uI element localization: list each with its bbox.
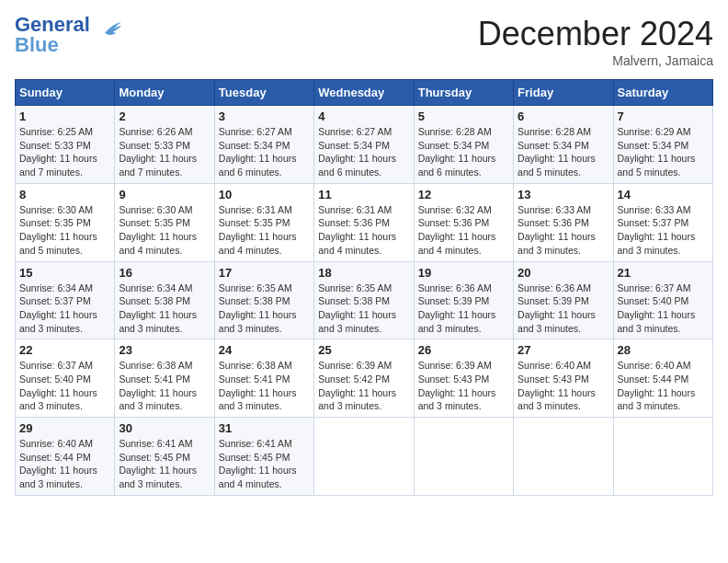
day-info: Sunrise: 6:37 AMSunset: 5:40 PMDaylight:… <box>19 359 110 413</box>
day-cell: 12 Sunrise: 6:32 AMSunset: 5:36 PMDaylig… <box>414 183 513 261</box>
day-number: 31 <box>219 421 310 435</box>
day-info: Sunrise: 6:40 AMSunset: 5:44 PMDaylight:… <box>618 359 709 413</box>
day-number: 19 <box>418 266 509 280</box>
calendar-header: SundayMondayTuesdayWednesdayThursdayFrid… <box>16 80 713 106</box>
day-info: Sunrise: 6:36 AMSunset: 5:39 PMDaylight:… <box>518 282 609 336</box>
day-number: 12 <box>418 188 509 201</box>
day-info: Sunrise: 6:40 AMSunset: 5:43 PMDaylight:… <box>518 359 609 413</box>
day-number: 4 <box>318 109 409 123</box>
day-cell: 20 Sunrise: 6:36 AMSunset: 5:39 PMDaylig… <box>514 261 613 339</box>
day-cell: 7 Sunrise: 6:29 AMSunset: 5:34 PMDayligh… <box>613 106 712 184</box>
day-number: 26 <box>418 343 509 357</box>
header-cell-monday: Monday <box>115 80 214 106</box>
day-cell: 18 Sunrise: 6:35 AMSunset: 5:38 PMDaylig… <box>314 261 414 339</box>
day-info: Sunrise: 6:34 AMSunset: 5:38 PMDaylight:… <box>119 282 210 336</box>
day-info: Sunrise: 6:26 AMSunset: 5:33 PMDaylight:… <box>119 125 210 179</box>
day-cell: 26 Sunrise: 6:39 AMSunset: 5:43 PMDaylig… <box>414 339 513 418</box>
day-cell <box>414 418 513 496</box>
logo: GeneralBlue <box>15 15 123 55</box>
day-info: Sunrise: 6:32 AMSunset: 5:36 PMDaylight:… <box>418 203 509 258</box>
day-number: 5 <box>418 109 509 123</box>
day-number: 17 <box>219 266 310 280</box>
week-row-3: 15 Sunrise: 6:34 AMSunset: 5:37 PMDaylig… <box>16 261 713 339</box>
day-number: 3 <box>219 109 310 123</box>
day-info: Sunrise: 6:30 AMSunset: 5:35 PMDaylight:… <box>119 203 210 258</box>
day-number: 27 <box>518 343 609 357</box>
day-cell: 16 Sunrise: 6:34 AMSunset: 5:38 PMDaylig… <box>115 261 214 339</box>
day-info: Sunrise: 6:34 AMSunset: 5:37 PMDaylight:… <box>19 282 110 336</box>
day-info: Sunrise: 6:30 AMSunset: 5:35 PMDaylight:… <box>19 203 110 258</box>
day-number: 22 <box>19 343 110 357</box>
day-number: 2 <box>119 109 210 123</box>
day-cell: 10 Sunrise: 6:31 AMSunset: 5:35 PMDaylig… <box>214 183 313 261</box>
day-cell: 28 Sunrise: 6:40 AMSunset: 5:44 PMDaylig… <box>613 339 712 418</box>
day-cell: 31 Sunrise: 6:41 AMSunset: 5:45 PMDaylig… <box>214 418 313 496</box>
day-cell: 14 Sunrise: 6:33 AMSunset: 5:37 PMDaylig… <box>613 183 712 261</box>
day-number: 18 <box>318 266 409 280</box>
day-info: Sunrise: 6:38 AMSunset: 5:41 PMDaylight:… <box>119 359 210 413</box>
header-row: SundayMondayTuesdayWednesdayThursdayFrid… <box>16 80 713 106</box>
header-cell-sunday: Sunday <box>16 80 115 106</box>
day-number: 10 <box>219 188 310 201</box>
day-number: 16 <box>119 266 210 280</box>
week-row-4: 22 Sunrise: 6:37 AMSunset: 5:40 PMDaylig… <box>16 339 713 418</box>
day-cell: 15 Sunrise: 6:34 AMSunset: 5:37 PMDaylig… <box>16 261 115 339</box>
day-cell: 13 Sunrise: 6:33 AMSunset: 5:36 PMDaylig… <box>514 183 613 261</box>
day-number: 11 <box>318 188 409 201</box>
day-number: 21 <box>618 266 709 280</box>
day-cell <box>613 418 712 496</box>
day-info: Sunrise: 6:39 AMSunset: 5:42 PMDaylight:… <box>318 359 409 413</box>
day-cell: 9 Sunrise: 6:30 AMSunset: 5:35 PMDayligh… <box>115 183 214 261</box>
month-title: December 2024 <box>478 15 713 53</box>
title-area: December 2024 Malvern, Jamaica <box>478 15 713 68</box>
header-cell-tuesday: Tuesday <box>214 80 313 106</box>
day-number: 23 <box>119 343 210 357</box>
calendar-table: SundayMondayTuesdayWednesdayThursdayFrid… <box>15 79 713 496</box>
page-header: GeneralBlue December 2024 Malvern, Jamai… <box>15 15 713 68</box>
day-info: Sunrise: 6:28 AMSunset: 5:34 PMDaylight:… <box>418 125 509 179</box>
day-number: 7 <box>618 109 709 123</box>
day-info: Sunrise: 6:27 AMSunset: 5:34 PMDaylight:… <box>318 125 409 179</box>
day-cell: 6 Sunrise: 6:28 AMSunset: 5:34 PMDayligh… <box>514 106 613 184</box>
location: Malvern, Jamaica <box>478 53 713 68</box>
logo-text: GeneralBlue <box>15 15 90 55</box>
day-cell: 23 Sunrise: 6:38 AMSunset: 5:41 PMDaylig… <box>115 339 214 418</box>
day-number: 1 <box>19 109 110 123</box>
day-cell: 4 Sunrise: 6:27 AMSunset: 5:34 PMDayligh… <box>314 106 414 184</box>
day-number: 9 <box>119 188 210 201</box>
day-cell: 19 Sunrise: 6:36 AMSunset: 5:39 PMDaylig… <box>414 261 513 339</box>
day-cell: 30 Sunrise: 6:41 AMSunset: 5:45 PMDaylig… <box>115 418 214 496</box>
day-cell: 1 Sunrise: 6:25 AMSunset: 5:33 PMDayligh… <box>16 106 115 184</box>
day-cell: 24 Sunrise: 6:38 AMSunset: 5:41 PMDaylig… <box>214 339 313 418</box>
day-cell <box>314 418 414 496</box>
day-number: 13 <box>518 188 609 201</box>
day-cell: 5 Sunrise: 6:28 AMSunset: 5:34 PMDayligh… <box>414 106 513 184</box>
header-cell-wednesday: Wednesday <box>314 80 414 106</box>
day-cell: 27 Sunrise: 6:40 AMSunset: 5:43 PMDaylig… <box>514 339 613 418</box>
day-number: 8 <box>19 188 110 201</box>
day-info: Sunrise: 6:38 AMSunset: 5:41 PMDaylight:… <box>219 359 310 413</box>
day-cell: 21 Sunrise: 6:37 AMSunset: 5:40 PMDaylig… <box>613 261 712 339</box>
day-number: 28 <box>618 343 709 357</box>
day-cell <box>514 418 613 496</box>
day-info: Sunrise: 6:39 AMSunset: 5:43 PMDaylight:… <box>418 359 509 413</box>
header-cell-friday: Friday <box>514 80 613 106</box>
day-number: 25 <box>318 343 409 357</box>
day-info: Sunrise: 6:33 AMSunset: 5:37 PMDaylight:… <box>618 203 709 258</box>
day-cell: 3 Sunrise: 6:27 AMSunset: 5:34 PMDayligh… <box>214 106 313 184</box>
day-info: Sunrise: 6:41 AMSunset: 5:45 PMDaylight:… <box>219 437 310 491</box>
day-cell: 11 Sunrise: 6:31 AMSunset: 5:36 PMDaylig… <box>314 183 414 261</box>
day-cell: 29 Sunrise: 6:40 AMSunset: 5:44 PMDaylig… <box>16 418 115 496</box>
day-info: Sunrise: 6:33 AMSunset: 5:36 PMDaylight:… <box>518 203 609 258</box>
day-info: Sunrise: 6:31 AMSunset: 5:36 PMDaylight:… <box>318 203 409 258</box>
day-info: Sunrise: 6:29 AMSunset: 5:34 PMDaylight:… <box>618 125 709 179</box>
day-info: Sunrise: 6:28 AMSunset: 5:34 PMDaylight:… <box>518 125 609 179</box>
calendar-body: 1 Sunrise: 6:25 AMSunset: 5:33 PMDayligh… <box>16 106 713 496</box>
week-row-1: 1 Sunrise: 6:25 AMSunset: 5:33 PMDayligh… <box>16 106 713 184</box>
day-info: Sunrise: 6:35 AMSunset: 5:38 PMDaylight:… <box>318 282 409 336</box>
header-cell-thursday: Thursday <box>414 80 513 106</box>
day-info: Sunrise: 6:35 AMSunset: 5:38 PMDaylight:… <box>219 282 310 336</box>
day-cell: 8 Sunrise: 6:30 AMSunset: 5:35 PMDayligh… <box>16 183 115 261</box>
day-number: 29 <box>19 421 110 435</box>
day-info: Sunrise: 6:41 AMSunset: 5:45 PMDaylight:… <box>119 437 210 491</box>
